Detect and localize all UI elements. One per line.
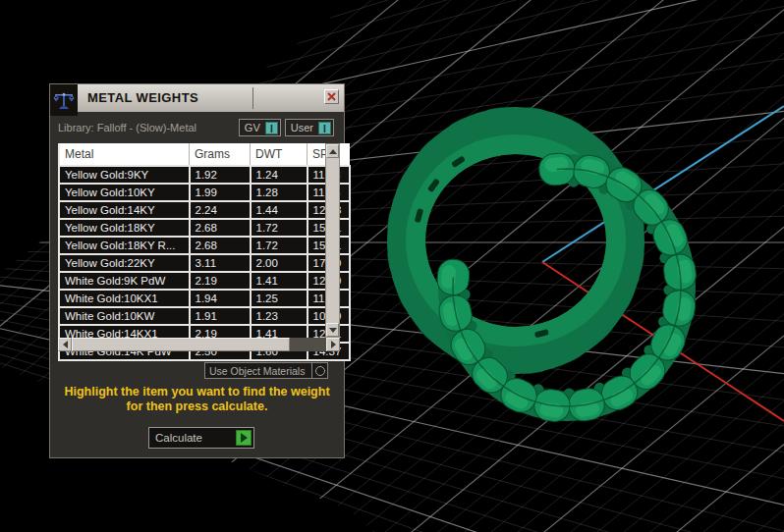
metal-table-body: Yellow Gold:9KY1.921.2411.08Yellow Gold:… [59, 166, 350, 360]
titlebar-divider [252, 87, 253, 109]
table-row[interactable]: Yellow Gold:18KY2.681.7215.41 [59, 219, 350, 237]
table-row[interactable]: Yellow Gold:22KY3.112.0017.89 [59, 254, 350, 272]
column-header-grams: Grams [190, 143, 251, 166]
ring-model [386, 106, 698, 424]
arrow-right-icon [331, 341, 336, 348]
scroll-right-button[interactable] [326, 338, 340, 351]
arrow-left-icon [63, 341, 68, 348]
close-button[interactable] [324, 89, 339, 104]
user-toggle-button[interactable]: User I [285, 119, 334, 136]
titlebar-surface: METAL WEIGHTS [78, 84, 344, 112]
table-row[interactable]: Yellow Gold:9KY1.921.2411.08 [59, 166, 350, 184]
table-row[interactable]: Yellow Gold:10KY1.991.2811.45 [59, 184, 350, 201]
column-header-metal: Metal [59, 143, 190, 166]
scroll-up-button[interactable] [326, 144, 339, 158]
instruction-line-1: Highlight the item you want to find the … [50, 385, 344, 399]
application-window: METAL WEIGHTS Library: Falloff - (Slow)-… [0, 0, 784, 532]
gv-toggle-button[interactable]: GV I [239, 119, 281, 136]
horizontal-scrollbar[interactable] [58, 338, 340, 351]
calculate-button[interactable]: Calculate [148, 427, 254, 449]
table-row[interactable]: White Gold:10KW1.911.2310.99 [59, 307, 350, 325]
materials-dropdown-value: Use Object Materials [205, 365, 311, 377]
arrow-down-icon [329, 328, 337, 333]
metal-table[interactable]: Metal Grams DWT SPG Yellow Gold:9KY1.921… [58, 143, 351, 361]
metal-weights-table: Metal Grams DWT SPG Yellow Gold:9KY1.921… [58, 143, 340, 351]
dropdown-selector[interactable] [311, 363, 327, 378]
scroll-left-button[interactable] [58, 338, 72, 351]
library-row: Library: Falloff - (Slow)-Metal GV I Use… [50, 114, 344, 141]
instruction-line-2: for then press calculate. [50, 399, 344, 414]
table-header-row: Metal Grams DWT SPG [59, 143, 350, 166]
user-toggle-indicator: I [318, 122, 331, 134]
circle-icon [315, 366, 325, 376]
table-row[interactable]: Yellow Gold:18KY R...2.681.7215.41 [59, 237, 350, 254]
table-row[interactable]: Yellow Gold:14KY2.241.4412.88 [59, 201, 350, 219]
instruction-text: Highlight the item you want to find the … [50, 385, 344, 414]
gv-toggle-indicator: I [265, 122, 278, 134]
calculate-label: Calculate [149, 432, 236, 444]
gv-label: GV [245, 122, 260, 133]
metal-weights-dialog: METAL WEIGHTS Library: Falloff - (Slow)-… [49, 83, 345, 458]
close-icon [327, 92, 336, 101]
user-label: User [291, 122, 313, 133]
balance-scale-icon [50, 84, 78, 116]
dialog-title: METAL WEIGHTS [78, 84, 344, 112]
library-label: Library: Falloff - (Slow)-Metal [58, 122, 239, 133]
arrow-up-icon [329, 149, 337, 154]
horizontal-scroll-thumb[interactable] [72, 338, 290, 351]
dialog-titlebar[interactable]: METAL WEIGHTS [50, 84, 344, 112]
scroll-down-button[interactable] [326, 323, 339, 337]
column-header-dwt: DWT [251, 143, 308, 166]
table-row[interactable]: White Gold:9K PdW2.191.4112.59 [59, 272, 350, 290]
vertical-scrollbar[interactable] [325, 143, 340, 338]
table-row[interactable]: White Gold:10KX11.941.2511.18 [59, 290, 350, 307]
play-icon [236, 430, 252, 446]
vertical-scroll-thumb[interactable] [326, 158, 339, 323]
materials-dropdown[interactable]: Use Object Materials [204, 362, 328, 379]
